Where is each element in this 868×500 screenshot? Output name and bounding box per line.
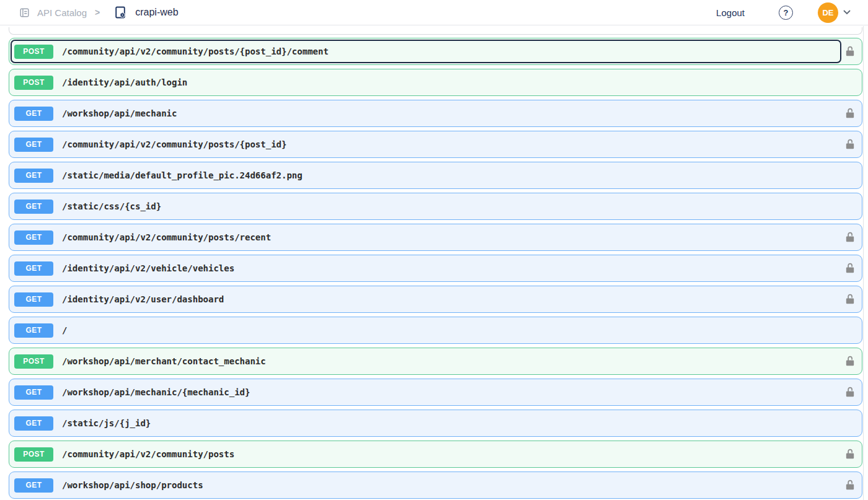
endpoint-row-main[interactable]: POST /community/api/v2/community/posts/{… <box>11 40 841 63</box>
top-bar-actions: Logout ? DE <box>716 2 851 23</box>
endpoint-row[interactable]: POST /community/api/v2/community/posts/{… <box>9 38 862 65</box>
endpoint-path: /static/css/{cs_id} <box>62 201 161 211</box>
endpoint-row[interactable]: POST /identity/api/auth/login <box>9 69 862 96</box>
method-badge: GET <box>14 385 53 400</box>
method-badge: POST <box>14 76 53 90</box>
endpoint-path: /static/media/default_profile_pic.24d66a… <box>62 170 303 180</box>
unlock-icon <box>841 138 859 151</box>
endpoint-row-main[interactable]: GET /workshop/api/shop/products <box>11 473 841 497</box>
breadcrumb-api-catalog[interactable]: API Catalog <box>37 7 87 18</box>
endpoint-row[interactable]: GET /static/media/default_profile_pic.24… <box>9 162 862 189</box>
api-collection-icon <box>113 6 127 19</box>
breadcrumb-separator-icon: > <box>95 7 100 17</box>
method-badge: GET <box>14 261 53 276</box>
endpoint-row-main[interactable]: GET /community/api/v2/community/posts/{p… <box>11 133 841 156</box>
method-badge: GET <box>14 292 53 307</box>
endpoint-row-main[interactable]: POST /workshop/api/merchant/contact_mech… <box>11 349 841 373</box>
endpoint-path: /community/api/v2/community/posts <box>62 449 234 459</box>
endpoint-row-main[interactable]: GET /workshop/api/mechanic/{mechanic_id} <box>11 380 841 404</box>
endpoint-row[interactable]: GET /workshop/api/shop/products <box>9 471 862 499</box>
endpoint-row[interactable]: GET /identity/api/v2/user/dashboard <box>9 286 862 313</box>
endpoint-path: /workshop/api/mechanic <box>62 108 177 118</box>
breadcrumb: API Catalog > crapi-web <box>19 6 716 19</box>
breadcrumb-current-crapi-web: crapi-web <box>135 7 178 18</box>
method-badge: GET <box>14 107 53 121</box>
unlock-icon <box>841 45 859 58</box>
endpoint-row[interactable]: GET /workshop/api/mechanic <box>9 100 862 127</box>
endpoint-path: /community/api/v2/community/posts/{post_… <box>62 46 329 56</box>
endpoint-row[interactable]: GET /workshop/api/mechanic/{mechanic_id} <box>9 379 862 406</box>
endpoint-row-main[interactable]: GET /workshop/api/mechanic <box>11 102 841 125</box>
method-badge: POST <box>14 354 53 369</box>
endpoint-row-main[interactable]: GET /static/js/{j_id} <box>11 411 841 435</box>
endpoint-row-main[interactable]: GET /identity/api/v2/user/dashboard <box>11 287 841 311</box>
help-icon[interactable]: ? <box>779 6 793 20</box>
method-badge: GET <box>14 169 53 183</box>
endpoint-row-main[interactable]: POST /community/api/v2/community/posts <box>11 442 841 466</box>
endpoint-path: / <box>62 325 67 335</box>
user-menu[interactable]: DE <box>818 2 851 23</box>
endpoint-path: /identity/api/v2/vehicle/vehicles <box>62 263 234 273</box>
method-badge: POST <box>14 447 53 462</box>
endpoint-row-main[interactable]: GET /static/media/default_profile_pic.24… <box>11 164 841 187</box>
method-badge: POST <box>14 45 53 59</box>
unlock-icon <box>841 479 859 491</box>
endpoint-row[interactable]: GET /static/js/{j_id} <box>9 410 862 437</box>
unlock-icon <box>841 386 859 398</box>
endpoint-path: /identity/api/auth/login <box>62 77 187 87</box>
catalog-icon <box>19 7 30 19</box>
unlock-icon <box>841 355 859 367</box>
endpoint-row[interactable]: GET / <box>9 317 862 344</box>
endpoint-path: /workshop/api/shop/products <box>62 480 203 490</box>
endpoint-row[interactable]: GET /static/css/{cs_id} <box>9 193 862 220</box>
endpoint-path: /community/api/v2/community/posts/{post_… <box>62 139 286 149</box>
endpoint-row-main[interactable]: GET /community/api/v2/community/posts/re… <box>11 226 841 249</box>
unlock-icon <box>841 293 859 305</box>
unlock-icon <box>841 448 859 460</box>
scrollbar-track[interactable] <box>863 26 864 500</box>
endpoint-row-main[interactable]: GET /identity/api/v2/vehicle/vehicles <box>11 257 841 280</box>
logout-button[interactable]: Logout <box>716 7 745 18</box>
top-bar: API Catalog > crapi-web Logout ? DE <box>0 0 868 25</box>
endpoint-row[interactable]: GET /identity/api/v2/vehicle/vehicles <box>9 255 862 282</box>
endpoint-path: /workshop/api/merchant/contact_mechanic <box>62 356 266 366</box>
endpoint-row[interactable]: POST /community/api/v2/community/posts <box>9 441 862 468</box>
partially-scrolled-row <box>9 27 862 35</box>
chevron-down-icon <box>843 10 851 15</box>
method-badge: GET <box>14 323 53 338</box>
endpoint-row-main[interactable]: GET /static/css/{cs_id} <box>11 195 841 218</box>
endpoint-list: POST /community/api/v2/community/posts/{… <box>0 25 868 499</box>
method-badge: GET <box>14 416 53 431</box>
endpoint-row-main[interactable]: POST /identity/api/auth/login <box>11 71 841 94</box>
endpoint-path: /identity/api/v2/user/dashboard <box>62 294 224 304</box>
endpoint-path: /community/api/v2/community/posts/recent <box>62 232 271 242</box>
method-badge: GET <box>14 230 53 245</box>
avatar[interactable]: DE <box>818 2 838 23</box>
endpoint-path: /static/js/{j_id} <box>62 418 151 428</box>
endpoint-row[interactable]: POST /workshop/api/merchant/contact_mech… <box>9 348 862 375</box>
unlock-icon <box>841 231 859 243</box>
endpoint-row-main[interactable]: GET / <box>11 318 841 342</box>
endpoint-path: /workshop/api/mechanic/{mechanic_id} <box>62 387 250 397</box>
unlock-icon <box>841 107 859 120</box>
method-badge: GET <box>14 478 53 493</box>
method-badge: GET <box>14 200 53 214</box>
endpoint-row[interactable]: GET /community/api/v2/community/posts/{p… <box>9 131 862 158</box>
unlock-icon <box>841 262 859 274</box>
method-badge: GET <box>14 138 53 152</box>
endpoint-row[interactable]: GET /community/api/v2/community/posts/re… <box>9 224 862 251</box>
